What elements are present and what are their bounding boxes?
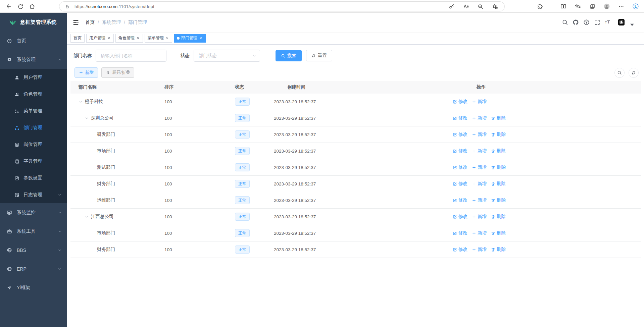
tab-菜单管理[interactable]: 菜单管理 bbox=[145, 34, 172, 43]
dept-name-input[interactable] bbox=[96, 50, 166, 62]
back-icon[interactable] bbox=[6, 3, 12, 9]
edit-row-button[interactable]: 修改 bbox=[453, 197, 467, 203]
dept-name-cell: 财务部门 bbox=[70, 181, 161, 187]
avatar-caret-icon[interactable] bbox=[629, 21, 635, 28]
delete-row-button[interactable]: 删除 bbox=[491, 164, 506, 170]
edit-row-button[interactable]: 修改 bbox=[453, 99, 467, 105]
add-dept-button[interactable]: 新增 bbox=[75, 67, 98, 78]
split-screen-icon[interactable] bbox=[560, 3, 566, 9]
sidebar-item-系统工具[interactable]: 系统工具 bbox=[0, 222, 67, 241]
browser-menu-icon[interactable] bbox=[618, 3, 624, 9]
sidebar-item-部门管理[interactable]: 部门管理 bbox=[0, 119, 67, 136]
breadcrumb-home[interactable]: 首页 bbox=[85, 19, 95, 25]
delete-row-button[interactable]: 删除 bbox=[491, 247, 506, 253]
sidebar-item-用户管理[interactable]: 用户管理 bbox=[0, 69, 67, 86]
expand-caret-icon[interactable] bbox=[79, 100, 83, 104]
add-row-button[interactable]: 新增 bbox=[472, 148, 487, 154]
edit-row-button[interactable]: 修改 bbox=[453, 247, 467, 253]
github-icon[interactable] bbox=[573, 19, 579, 25]
expand-caret-icon[interactable] bbox=[85, 116, 89, 120]
sidebar-collapse-icon[interactable] bbox=[72, 19, 79, 26]
add-row-button[interactable]: 新增 bbox=[472, 115, 487, 121]
tab-部门管理[interactable]: 部门管理 bbox=[174, 34, 206, 43]
edit-row-button[interactable]: 修改 bbox=[453, 131, 467, 138]
search-icon[interactable] bbox=[562, 19, 568, 25]
favorites-icon[interactable] bbox=[575, 3, 581, 9]
sidebar-item-Yi框架[interactable]: Yi框架 bbox=[0, 278, 67, 297]
browser-profile-avatar[interactable] bbox=[604, 3, 610, 9]
url-text[interactable]: https://ccnetcore.com:1101/system/dept bbox=[75, 4, 154, 9]
refresh-table-button[interactable] bbox=[629, 68, 639, 78]
sidebar-item-BBS[interactable]: BBS bbox=[0, 241, 67, 260]
edit-row-button[interactable]: 修改 bbox=[453, 148, 467, 154]
breadcrumb-separator: / bbox=[124, 20, 125, 25]
close-icon[interactable] bbox=[199, 36, 203, 40]
edit-row-button[interactable]: 修改 bbox=[453, 181, 467, 187]
delete-row-button[interactable]: 删除 bbox=[491, 197, 506, 203]
sidebar-item-岗位管理[interactable]: 岗位管理 bbox=[0, 136, 67, 153]
collections-icon[interactable] bbox=[589, 3, 595, 9]
delete-row-button[interactable]: 删除 bbox=[491, 131, 506, 138]
address-bar[interactable]: https://ccnetcore.com:1101/system/dept bbox=[59, 1, 505, 11]
show-search-button[interactable] bbox=[614, 68, 625, 78]
created-cell: 2023-03-29 18:52:37 bbox=[270, 132, 446, 137]
sidebar-item-角色管理[interactable]: 角色管理 bbox=[0, 86, 67, 103]
sidebar-item-日志管理[interactable]: 日志管理 bbox=[0, 186, 67, 203]
edit-icon bbox=[453, 182, 457, 186]
add-row-button[interactable]: 新增 bbox=[472, 99, 487, 105]
add-row-button[interactable]: 新增 bbox=[472, 197, 487, 203]
add-row-button[interactable]: 新增 bbox=[472, 181, 487, 187]
delete-row-button[interactable]: 删除 bbox=[491, 181, 506, 187]
edit-row-button[interactable]: 修改 bbox=[453, 214, 467, 220]
tab-用户管理[interactable]: 用户管理 bbox=[86, 34, 114, 43]
sidebar-item-label: 参数设置 bbox=[23, 175, 42, 181]
password-icon[interactable] bbox=[449, 4, 454, 9]
search-button[interactable]: 搜索 bbox=[276, 50, 302, 61]
sidebar-item-ERP[interactable]: ERP bbox=[0, 260, 67, 278]
add-row-button[interactable]: 新增 bbox=[472, 131, 487, 138]
read-aloud-icon[interactable] bbox=[463, 4, 469, 9]
zoom-out-icon[interactable] bbox=[478, 4, 483, 9]
reset-button[interactable]: 重置 bbox=[306, 50, 332, 61]
extensions-icon[interactable] bbox=[537, 3, 543, 9]
sidebar-item-字典管理[interactable]: 字典管理 bbox=[0, 153, 67, 170]
copilot-icon[interactable] bbox=[633, 3, 639, 9]
tab-角色管理[interactable]: 角色管理 bbox=[115, 34, 143, 43]
close-icon[interactable] bbox=[165, 36, 169, 40]
delete-row-button[interactable]: 删除 bbox=[491, 148, 506, 154]
edit-row-button[interactable]: 修改 bbox=[453, 230, 467, 236]
delete-row-button[interactable]: 删除 bbox=[491, 214, 506, 220]
sidebar-item-参数设置[interactable]: 参数设置 bbox=[0, 170, 67, 186]
add-row-button[interactable]: 新增 bbox=[472, 230, 487, 236]
edit-row-button[interactable]: 修改 bbox=[453, 115, 467, 121]
expand-collapse-button[interactable]: 展开/折叠 bbox=[101, 67, 134, 78]
lock-icon[interactable] bbox=[65, 4, 70, 9]
add-row-button[interactable]: 新增 bbox=[472, 214, 487, 220]
font-size-icon[interactable]: TT bbox=[605, 19, 611, 25]
sidebar-item-菜单管理[interactable]: 菜单管理 bbox=[0, 103, 67, 119]
delete-row-button[interactable]: 删除 bbox=[491, 115, 506, 121]
refresh-icon bbox=[631, 70, 636, 75]
dept-name-cell: 江西总公司 bbox=[70, 214, 161, 220]
home-icon[interactable] bbox=[29, 3, 35, 9]
add-row-button[interactable]: 新增 bbox=[472, 247, 487, 253]
expand-caret-icon[interactable] bbox=[85, 215, 89, 219]
add-row-button[interactable]: 新增 bbox=[472, 164, 487, 170]
app-logo[interactable]: 意框架管理系统 bbox=[0, 13, 67, 32]
refresh-icon bbox=[311, 54, 316, 58]
close-icon[interactable] bbox=[107, 36, 111, 40]
sidebar-item-系统监控[interactable]: 系统监控 bbox=[0, 203, 67, 222]
status-select[interactable]: 部门状态 bbox=[194, 50, 260, 62]
breadcrumb-system[interactable]: 系统管理 bbox=[102, 19, 121, 25]
edit-row-button[interactable]: 修改 bbox=[453, 164, 467, 170]
favorite-add-icon[interactable] bbox=[492, 4, 498, 9]
delete-row-button[interactable]: 删除 bbox=[491, 230, 506, 236]
help-icon[interactable] bbox=[583, 19, 590, 25]
tab-首页[interactable]: 首页 bbox=[70, 34, 85, 43]
refresh-icon[interactable] bbox=[17, 3, 23, 9]
sidebar-item-系统管理[interactable]: 系统管理 bbox=[0, 50, 67, 69]
sidebar-item-首页[interactable]: 首页 bbox=[0, 32, 67, 50]
close-icon[interactable] bbox=[136, 36, 140, 40]
user-avatar[interactable] bbox=[618, 19, 625, 25]
fullscreen-icon[interactable] bbox=[594, 19, 600, 25]
